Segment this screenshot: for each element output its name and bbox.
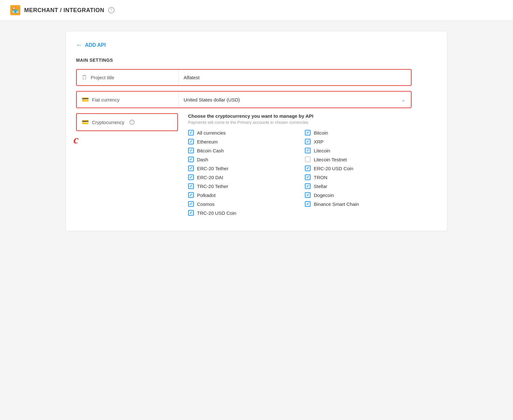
header-help-icon[interactable]: ? xyxy=(108,7,115,13)
checkbox-item-right-6[interactable]: ✓Stellar xyxy=(305,183,411,189)
checkbox-right-4[interactable]: ✓ xyxy=(305,165,311,171)
project-title-label: Project title xyxy=(91,75,114,80)
checkbox-item-right-8[interactable]: ✓Binance Smart Chain xyxy=(305,201,411,207)
checkbox-item-right-3[interactable]: Litecoin Testnet xyxy=(305,157,411,162)
cryptocurrency-icon: 💳 xyxy=(82,119,89,126)
cryptocurrency-help-icon[interactable]: ? xyxy=(130,120,135,125)
section-title: MAIN SETTINGS xyxy=(76,58,437,63)
fiat-currency-row: 💳 Fiat currency United States dollar (US… xyxy=(76,91,411,108)
checkbox-right-2[interactable]: ✓ xyxy=(305,148,311,153)
settings-wrapper: 🗒 Project title Alfatest a 💳 Fiat curren… xyxy=(76,69,437,216)
checkbox-item-right-2[interactable]: ✓Litecoin xyxy=(305,148,411,153)
checkbox-item-left-6[interactable]: ✓TRC-20 Tether xyxy=(188,183,295,189)
checkbox-left-9[interactable]: ✓ xyxy=(188,210,194,216)
project-title-icon: 🗒 xyxy=(82,74,88,81)
checkbox-left-5[interactable]: ✓ xyxy=(188,174,194,180)
checkbox-item-left-4[interactable]: ✓ERC-20 Tether xyxy=(188,165,295,171)
checkbox-left-2[interactable]: ✓ xyxy=(188,148,194,153)
checkbox-left-8[interactable]: ✓ xyxy=(188,201,194,207)
back-arrow-icon: ← xyxy=(76,41,82,49)
fiat-currency-dropdown-arrow: ⌄ xyxy=(401,96,406,103)
checkbox-grid: ✓All currencies✓Bitcoin✓Ethereum✓XRP✓Bit… xyxy=(188,130,411,216)
checkbox-left-6[interactable]: ✓ xyxy=(188,183,194,189)
checkbox-item-right-1[interactable]: ✓XRP xyxy=(305,139,411,144)
project-title-row: 🗒 Project title Alfatest a xyxy=(76,69,411,86)
cryptocurrency-label: Cryptocurrency xyxy=(92,120,124,125)
fiat-currency-value[interactable]: United States dollar (USD) ⌄ xyxy=(179,92,411,108)
cryptocurrency-label-cell: 💳 Cryptocurrency ? c xyxy=(76,113,178,131)
checkbox-item-left-9[interactable]: ✓TRC-20 USD Coin xyxy=(188,210,295,216)
cryptocurrency-row: 💳 Cryptocurrency ? c Choose the cryptocu… xyxy=(76,113,411,216)
checkbox-left-4[interactable]: ✓ xyxy=(188,165,194,171)
main-content: ← ADD API MAIN SETTINGS 🗒 Project title … xyxy=(66,31,447,231)
checkbox-item-left-7[interactable]: ✓Polkadot xyxy=(188,192,295,198)
checkbox-item-right-4[interactable]: ✓ERC-20 USD Coin xyxy=(305,165,411,171)
checkbox-item-left-2[interactable]: ✓Bitcoin Cash xyxy=(188,148,295,153)
checkbox-right-3[interactable] xyxy=(305,157,311,162)
top-bar: 🏪 MERCHANT / INTEGRATION ? xyxy=(0,0,513,21)
checkbox-left-7[interactable]: ✓ xyxy=(188,192,194,198)
checkbox-left-3[interactable]: ✓ xyxy=(188,157,194,162)
page-title: MERCHANT / INTEGRATION xyxy=(24,7,104,14)
back-link[interactable]: ← ADD API xyxy=(76,41,437,49)
checkbox-right-0[interactable]: ✓ xyxy=(305,130,311,136)
cryptocurrency-content: Choose the cryptocurrency you want to ma… xyxy=(178,113,411,216)
checkbox-item-left-0[interactable]: ✓All currencies xyxy=(188,130,295,136)
checkbox-item-left-3[interactable]: ✓Dash xyxy=(188,157,295,162)
checkbox-item-left-8[interactable]: ✓Cosmos xyxy=(188,201,295,207)
checkbox-item-left-5[interactable]: ✓ERC-20 DAI xyxy=(188,174,295,180)
checkbox-left-0[interactable]: ✓ xyxy=(188,130,194,136)
checkbox-left-1[interactable]: ✓ xyxy=(188,139,194,144)
fiat-currency-icon: 💳 xyxy=(82,96,89,103)
checkbox-item-left-1[interactable]: ✓Ethereum xyxy=(188,139,295,144)
checkbox-item-right-5[interactable]: ✓TRON xyxy=(305,174,411,180)
checkbox-right-8[interactable]: ✓ xyxy=(305,201,311,207)
fiat-currency-label: Fiat currency xyxy=(92,97,120,102)
checkbox-right-5[interactable]: ✓ xyxy=(305,174,311,180)
annotation-c: c xyxy=(74,133,79,146)
crypto-content-title: Choose the cryptocurrency you want to ma… xyxy=(188,113,411,119)
project-title-label-cell: 🗒 Project title xyxy=(77,70,179,85)
checkbox-placeholder-right-9 xyxy=(305,210,411,216)
merchant-icon: 🏪 xyxy=(10,5,20,15)
crypto-content-subtitle: Payments will come to the Primary accoun… xyxy=(188,120,411,125)
checkbox-item-right-7[interactable]: ✓Dogecoin xyxy=(305,192,411,198)
fiat-currency-label-cell: 💳 Fiat currency xyxy=(77,92,179,108)
checkbox-right-7[interactable]: ✓ xyxy=(305,192,311,198)
checkbox-item-right-0[interactable]: ✓Bitcoin xyxy=(305,130,411,136)
project-title-value[interactable]: Alfatest xyxy=(179,70,411,85)
checkbox-right-6[interactable]: ✓ xyxy=(305,183,311,189)
checkbox-right-1[interactable]: ✓ xyxy=(305,139,311,144)
